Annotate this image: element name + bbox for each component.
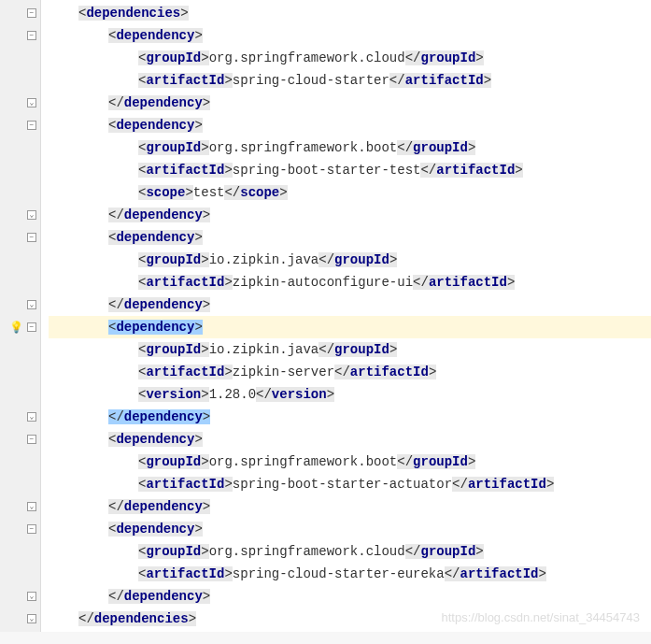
code-line[interactable]: <groupId>org.springframework.cloud</grou… <box>49 47 651 69</box>
fold-end-icon: ⌄ <box>27 592 36 601</box>
gutter-row <box>0 159 40 181</box>
gutter-row: ⌄ <box>0 608 40 630</box>
code-line[interactable]: <groupId>io.zipkin.java</groupId> <box>49 338 651 361</box>
gutter-row <box>0 540 40 563</box>
code-editor[interactable]: −−⌄−⌄−⌄💡−⌄−⌄−⌄⌄ <dependencies><dependenc… <box>0 0 651 632</box>
gutter-row <box>0 181 40 204</box>
code-line[interactable]: <groupId>org.springframework.boot</group… <box>49 136 651 159</box>
fold-toggle-icon[interactable]: − <box>27 435 36 444</box>
gutter-row <box>0 338 40 361</box>
gutter-row: − <box>0 428 40 451</box>
fold-toggle-icon[interactable]: − <box>27 524 36 534</box>
code-line[interactable]: <artifactId>spring-boot-starter-test</ar… <box>49 159 651 181</box>
code-line[interactable]: <groupId>io.zipkin.java</groupId> <box>49 249 651 271</box>
code-line[interactable]: <artifactId>spring-cloud-starter</artifa… <box>49 69 651 92</box>
code-line[interactable]: <artifactId>spring-cloud-starter-eureka<… <box>49 563 651 585</box>
code-line[interactable]: <dependency> <box>49 428 651 451</box>
gutter-row: − <box>0 518 40 540</box>
fold-end-icon: ⌄ <box>27 502 36 511</box>
code-line[interactable]: </dependency> <box>49 585 651 608</box>
gutter-row <box>0 361 40 383</box>
gutter-row: ⌄ <box>0 585 40 608</box>
code-area[interactable]: <dependencies><dependency><groupId>org.s… <box>41 0 651 632</box>
code-line[interactable]: <groupId>org.springframework.boot</group… <box>49 451 651 473</box>
fold-end-icon: ⌄ <box>27 300 36 309</box>
fold-end-icon: ⌄ <box>27 210 36 220</box>
code-line[interactable]: <dependency> <box>49 24 651 47</box>
code-line[interactable]: </dependency> <box>49 293 651 316</box>
fold-toggle-icon[interactable]: − <box>27 8 36 18</box>
fold-toggle-icon[interactable]: − <box>27 121 36 130</box>
code-line[interactable]: </dependencies> <box>49 608 651 630</box>
fold-end-icon: ⌄ <box>27 98 36 107</box>
fold-end-icon: ⌄ <box>27 412 36 422</box>
code-line[interactable]: <artifactId>spring-boot-starter-actuator… <box>49 473 651 495</box>
code-line[interactable]: <dependency> <box>49 518 651 540</box>
code-line[interactable]: <artifactId>zipkin-server</artifactId> <box>49 361 651 383</box>
gutter-row <box>0 451 40 473</box>
fold-end-icon: ⌄ <box>27 614 36 623</box>
code-line[interactable]: </dependency> <box>49 495 651 518</box>
intention-bulb-icon[interactable]: 💡 <box>9 321 23 335</box>
gutter-row: ⌄ <box>0 406 40 428</box>
code-line[interactable]: </dependency> <box>49 92 651 114</box>
code-line[interactable]: <dependencies> <box>49 2 651 24</box>
code-line[interactable]: <scope>test</scope> <box>49 181 651 204</box>
code-line[interactable]: <dependency> <box>49 316 651 338</box>
fold-toggle-icon[interactable]: − <box>27 233 36 242</box>
gutter-row: − <box>0 2 40 24</box>
gutter-row <box>0 473 40 495</box>
code-line[interactable]: </dependency> <box>49 204 651 226</box>
gutter-row <box>0 383 40 406</box>
gutter-row: − <box>0 114 40 136</box>
gutter-row: − <box>0 24 40 47</box>
gutter-row: 💡− <box>0 316 40 338</box>
gutter-row <box>0 47 40 69</box>
code-line[interactable]: <artifactId>zipkin-autoconfigure-ui</art… <box>49 271 651 293</box>
fold-toggle-icon[interactable]: − <box>27 31 36 40</box>
gutter-row <box>0 563 40 585</box>
code-line[interactable]: <groupId>org.springframework.cloud</grou… <box>49 540 651 563</box>
gutter: −−⌄−⌄−⌄💡−⌄−⌄−⌄⌄ <box>0 0 41 632</box>
gutter-row <box>0 271 40 293</box>
gutter-row: ⌄ <box>0 204 40 226</box>
code-line[interactable]: </dependency> <box>49 406 651 428</box>
code-line[interactable]: <dependency> <box>49 226 651 249</box>
gutter-row: ⌄ <box>0 293 40 316</box>
code-line[interactable]: <version>1.28.0</version> <box>49 383 651 406</box>
gutter-row: ⌄ <box>0 495 40 518</box>
code-line[interactable]: <dependency> <box>49 114 651 136</box>
gutter-row <box>0 249 40 271</box>
gutter-row: ⌄ <box>0 92 40 114</box>
fold-toggle-icon[interactable]: − <box>27 322 36 332</box>
gutter-row: − <box>0 226 40 249</box>
gutter-row <box>0 69 40 92</box>
gutter-row <box>0 136 40 159</box>
